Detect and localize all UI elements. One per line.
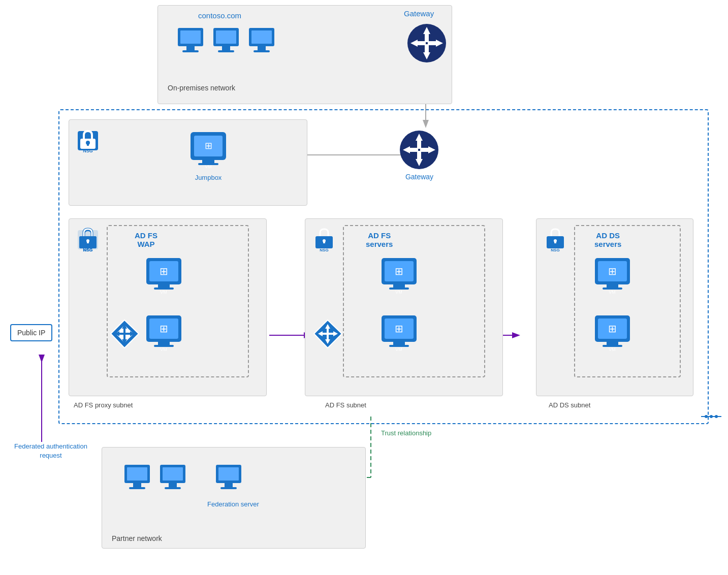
svg-rect-121 — [124, 333, 130, 335]
lb-adfs — [311, 317, 344, 350]
lb-public — [108, 317, 141, 350]
public-ip-label: Public IP — [17, 329, 45, 337]
svg-text:⊞: ⊞ — [160, 323, 168, 334]
svg-rect-34 — [418, 41, 426, 45]
svg-rect-27 — [254, 50, 270, 52]
federation-server-label: Federation server — [207, 500, 259, 509]
on-premises-label: On-premises network — [168, 84, 235, 92]
svg-rect-91 — [393, 342, 405, 345]
svg-point-14 — [710, 415, 713, 418]
svg-rect-69 — [158, 284, 170, 287]
svg-rect-22 — [222, 46, 230, 50]
nsg-adds: NSG — [543, 225, 568, 253]
svg-rect-107 — [607, 342, 618, 345]
svg-rect-56 — [420, 148, 428, 152]
svg-rect-25 — [251, 30, 272, 44]
svg-rect-52 — [417, 151, 421, 159]
adfs-subnet-label: AD FS subnet — [325, 401, 366, 409]
svg-text:⊞: ⊞ — [395, 323, 403, 334]
svg-rect-32 — [425, 44, 429, 52]
svg-rect-137 — [169, 483, 177, 487]
on-premises-gateway-icon — [406, 23, 447, 63]
svg-rect-26 — [258, 46, 266, 50]
diagram: contoso.com On-premises network Gateway — [0, 0, 728, 575]
vm-adds-2: ⊞ VM — [593, 314, 631, 352]
monitor-3 — [246, 25, 277, 61]
partner-monitor-2 — [157, 462, 188, 495]
svg-text:VM: VM — [160, 347, 167, 352]
svg-rect-142 — [220, 487, 237, 489]
nsg-proxy: NSG NSG — [75, 225, 101, 253]
monitor-1 — [175, 25, 206, 61]
svg-text:VM: VM — [160, 290, 167, 295]
adds-subnet-label: AD DS subnet — [549, 401, 590, 409]
svg-rect-50 — [417, 141, 421, 149]
svg-text:⊞: ⊞ — [205, 141, 212, 151]
svg-rect-134 — [129, 487, 145, 489]
azure-gateway-label: Gateway — [403, 173, 436, 181]
vm-jumpbox: ⊞ VM — [188, 130, 229, 170]
svg-rect-140 — [218, 467, 239, 481]
svg-text:VM: VM — [395, 290, 402, 295]
svg-text:NSG: NSG — [320, 248, 328, 252]
svg-text:NSG: NSG — [551, 248, 559, 252]
on-premises-gateway-label: Gateway — [404, 9, 434, 18]
vm-adfs-1: ⊞ VM — [380, 257, 418, 295]
svg-rect-65 — [87, 241, 89, 243]
nsg-adfs: NSG — [311, 225, 337, 253]
svg-text:VM: VM — [609, 347, 616, 352]
svg-rect-138 — [165, 487, 181, 489]
svg-rect-141 — [225, 483, 233, 487]
contoso-label: contoso.com — [198, 11, 241, 20]
svg-point-15 — [715, 415, 718, 418]
svg-rect-54 — [410, 148, 418, 152]
svg-rect-45 — [202, 160, 214, 163]
adfs-proxy-subnet-label: AD FS proxy subnet — [74, 401, 133, 409]
svg-text:VM: VM — [609, 290, 616, 295]
svg-text:⊞: ⊞ — [608, 266, 617, 277]
adds-servers-box — [574, 225, 681, 377]
svg-rect-30 — [425, 34, 429, 42]
svg-rect-40 — [87, 143, 89, 146]
nsg-jumpbox: NSG — [75, 126, 101, 154]
svg-rect-101 — [607, 284, 618, 287]
vm-wap-1: ⊞ VM — [145, 257, 183, 295]
svg-text:⊞: ⊞ — [395, 266, 403, 277]
svg-rect-136 — [163, 467, 183, 481]
federation-monitor — [213, 462, 244, 495]
svg-rect-97 — [554, 241, 556, 243]
partner-label: Partner network — [112, 534, 162, 542]
svg-rect-19 — [182, 50, 199, 52]
svg-rect-85 — [393, 284, 405, 287]
federated-auth-label: Federated authentication request — [10, 442, 91, 460]
jumpbox-label: Jumpbox — [188, 174, 229, 181]
svg-rect-132 — [127, 467, 147, 481]
svg-rect-18 — [186, 46, 195, 50]
vm-adds-1: ⊞ VM — [593, 257, 631, 295]
adfs-servers-box — [343, 225, 485, 377]
public-ip-box: Public IP — [10, 324, 52, 341]
svg-rect-130 — [328, 333, 333, 335]
monitor-2 — [211, 25, 241, 61]
trust-relationship-label: Trust relationship — [381, 429, 431, 437]
adfs-wap-label: AD FSWAP — [135, 231, 157, 248]
adds-servers-label: AD DSservers — [594, 231, 621, 248]
svg-text:NSG: NSG — [83, 248, 92, 252]
svg-rect-23 — [218, 50, 234, 52]
svg-text:⊞: ⊞ — [608, 323, 617, 334]
svg-rect-120 — [119, 333, 125, 335]
svg-text:VM: VM — [395, 347, 402, 352]
svg-text:NSG: NSG — [83, 148, 93, 153]
adfs-servers-label: AD FSservers — [366, 231, 393, 248]
partner-monitor-1 — [122, 462, 152, 495]
svg-rect-17 — [180, 30, 201, 44]
vm-wap-2: ⊞ VM — [145, 314, 183, 352]
svg-rect-36 — [428, 41, 436, 45]
azure-gateway-icon — [399, 130, 439, 170]
svg-text:⊞: ⊞ — [160, 266, 168, 277]
svg-rect-75 — [158, 342, 170, 345]
svg-rect-133 — [133, 483, 141, 487]
adfs-wap-box — [107, 225, 249, 377]
vm-adfs-2: ⊞ VM — [380, 314, 418, 352]
svg-text:VM: VM — [205, 164, 212, 169]
